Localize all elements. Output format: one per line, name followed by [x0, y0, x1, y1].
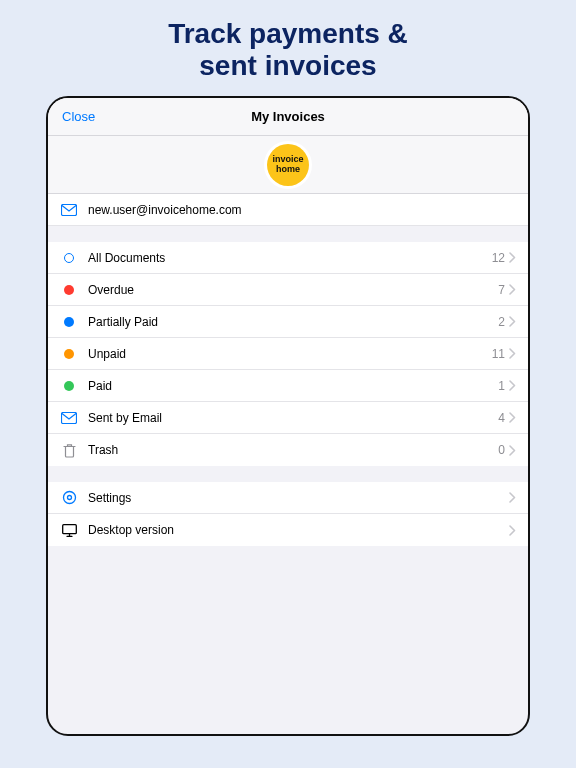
filter-row-trash[interactable]: Trash0: [48, 434, 528, 466]
svg-point-2: [63, 492, 75, 504]
device-frame: Close My Invoices invoice home new.user@…: [46, 96, 530, 736]
filter-label: Trash: [88, 443, 498, 457]
filter-label: Partially Paid: [88, 315, 498, 329]
chevron-right-icon: [509, 492, 516, 503]
chevron-right-icon: [509, 525, 516, 536]
page-title: My Invoices: [48, 109, 528, 124]
dot-icon: [60, 381, 78, 391]
section-gap: [48, 466, 528, 482]
chevron-right-icon: [509, 348, 516, 359]
gear-icon: [60, 490, 78, 505]
dot-icon: [60, 285, 78, 295]
filter-count: 4: [498, 411, 505, 425]
menu-row-desktop-version[interactable]: Desktop version: [48, 514, 528, 546]
filter-count: 7: [498, 283, 505, 297]
chevron-right-icon: [509, 412, 516, 423]
section-gap: [48, 226, 528, 242]
user-email-row[interactable]: new.user@invoicehome.com: [48, 194, 528, 226]
brand-logo: invoice home: [267, 144, 309, 186]
desktop-icon: [60, 524, 78, 537]
filters-group: All Documents12Overdue7Partially Paid2Un…: [48, 242, 528, 466]
filter-label: All Documents: [88, 251, 492, 265]
dot-icon: [60, 317, 78, 327]
menu-row-settings[interactable]: Settings: [48, 482, 528, 514]
chevron-right-icon: [509, 316, 516, 327]
filter-row-overdue[interactable]: Overdue7: [48, 274, 528, 306]
dot-icon: [60, 349, 78, 359]
headline-line-2: sent invoices: [168, 50, 408, 82]
chevron-right-icon: [509, 284, 516, 295]
filter-count: 2: [498, 315, 505, 329]
chevron-right-icon: [509, 380, 516, 391]
filter-row-paid[interactable]: Paid1: [48, 370, 528, 402]
navbar: Close My Invoices: [48, 98, 528, 136]
filter-count: 12: [492, 251, 505, 265]
close-button[interactable]: Close: [48, 109, 95, 124]
filter-count: 1: [498, 379, 505, 393]
filter-row-unpaid[interactable]: Unpaid11: [48, 338, 528, 370]
chevron-right-icon: [509, 252, 516, 263]
menu-group: SettingsDesktop version: [48, 482, 528, 546]
ring-icon: [60, 253, 78, 263]
chevron-right-icon: [509, 445, 516, 456]
filter-label: Paid: [88, 379, 498, 393]
filter-label: Unpaid: [88, 347, 492, 361]
headline-line-1: Track payments &: [168, 18, 408, 50]
menu-label: Settings: [88, 491, 509, 505]
filter-label: Sent by Email: [88, 411, 498, 425]
filter-label: Overdue: [88, 283, 498, 297]
filter-row-sent-by-email[interactable]: Sent by Email4: [48, 402, 528, 434]
mail-icon: [60, 412, 78, 424]
filter-row-all-documents[interactable]: All Documents12: [48, 242, 528, 274]
logo-line-2: home: [276, 165, 300, 174]
menu-label: Desktop version: [88, 523, 509, 537]
svg-rect-4: [62, 525, 76, 534]
filter-count: 11: [492, 347, 505, 361]
svg-point-3: [67, 496, 71, 500]
promo-headline: Track payments & sent invoices: [168, 0, 408, 96]
filter-count: 0: [498, 443, 505, 457]
logo-area: invoice home: [48, 136, 528, 194]
user-email-label: new.user@invoicehome.com: [88, 203, 516, 217]
filter-row-partially-paid[interactable]: Partially Paid2: [48, 306, 528, 338]
trash-icon: [60, 443, 78, 458]
mail-icon: [60, 204, 78, 216]
